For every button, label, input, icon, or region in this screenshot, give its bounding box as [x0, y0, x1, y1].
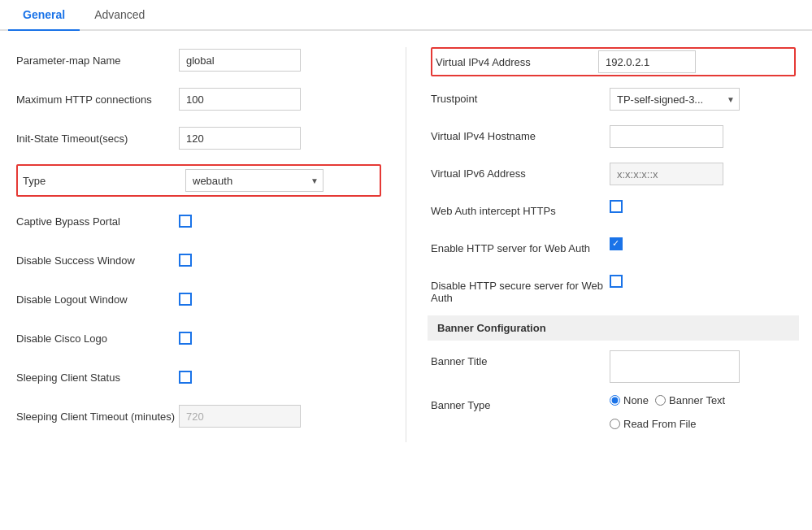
- type-label: Type: [23, 175, 185, 187]
- enable-http-control: [610, 237, 796, 250]
- banner-type-label: Banner Type: [431, 394, 610, 411]
- tab-advanced[interactable]: Advanced: [80, 0, 159, 31]
- disable-cisco-logo-row: Disable Cisco Logo: [16, 325, 381, 351]
- disable-logout-row: Disable Logout Window: [16, 286, 381, 312]
- enable-http-row: Enable HTTP server for Web Auth: [431, 237, 796, 263]
- param-map-input[interactable]: [179, 49, 301, 72]
- type-select[interactable]: webauth: [185, 169, 323, 192]
- virtual-ipv6-input[interactable]: [610, 163, 723, 185]
- disable-cisco-logo-control: [179, 332, 381, 345]
- param-map-label: Parameter-map Name: [16, 54, 179, 67]
- web-auth-https-checkbox[interactable]: [610, 200, 623, 213]
- trustpoint-row: Trustpoint TP-self-signed-3... ▼: [431, 88, 796, 114]
- init-timeout-control: [179, 127, 381, 150]
- banner-title-row: Banner Title: [431, 350, 796, 383]
- disable-https-row: Disable HTTP secure server for Web Auth: [431, 275, 796, 304]
- type-row-highlighted: Type webauth ▼: [16, 164, 381, 197]
- trustpoint-control: TP-self-signed-3... ▼: [610, 88, 796, 111]
- disable-success-checkbox[interactable]: [179, 254, 192, 267]
- form-content: Parameter-map Name Maximum HTTP connecti…: [0, 39, 812, 450]
- banner-type-none-item: None: [610, 394, 649, 406]
- disable-https-control: [610, 275, 796, 288]
- disable-https-label: Disable HTTP secure server for Web Auth: [431, 275, 610, 304]
- banner-type-row: Banner Type None Banner Text Read From F…: [431, 394, 796, 430]
- banner-type-none-label: None: [623, 394, 649, 406]
- sleeping-client-timeout-input[interactable]: [179, 405, 301, 428]
- sleeping-client-status-label: Sleeping Client Status: [16, 371, 179, 384]
- captive-bypass-control: [179, 215, 381, 228]
- sleeping-client-timeout-label: Sleeping Client Timeout (minutes): [16, 411, 179, 423]
- sleeping-client-status-control: [179, 371, 381, 384]
- banner-type-text-item: Banner Text: [655, 394, 725, 406]
- disable-https-checkbox[interactable]: [610, 275, 623, 288]
- max-http-control: [179, 88, 381, 111]
- disable-logout-checkbox[interactable]: [179, 293, 192, 306]
- banner-section-header: Banner Configuration: [428, 315, 799, 341]
- sleeping-client-status-row: Sleeping Client Status: [16, 364, 381, 390]
- virtual-ipv6-control: [610, 163, 796, 185]
- banner-type-file-radio[interactable]: [610, 419, 620, 429]
- banner-title-label: Banner Title: [431, 350, 610, 367]
- trustpoint-label: Trustpoint: [431, 88, 610, 105]
- disable-cisco-logo-checkbox[interactable]: [179, 332, 192, 345]
- init-timeout-row: Init-State Timeout(secs): [16, 125, 381, 151]
- virtual-ipv4-control: [598, 50, 791, 73]
- enable-http-checkbox[interactable]: [610, 237, 623, 250]
- init-timeout-input[interactable]: [179, 127, 301, 150]
- virtual-ipv6-label: Virtual IPv6 Address: [431, 163, 610, 180]
- disable-logout-control: [179, 293, 381, 306]
- tab-general[interactable]: General: [8, 0, 80, 31]
- disable-cisco-logo-label: Disable Cisco Logo: [16, 332, 179, 345]
- banner-title-input[interactable]: [610, 350, 740, 383]
- captive-bypass-label: Captive Bypass Portal: [16, 215, 179, 228]
- param-map-row: Parameter-map Name: [16, 47, 381, 73]
- sleeping-client-timeout-control: [179, 405, 381, 428]
- right-panel: Virtual IPv4 Address Trustpoint TP-self-…: [431, 47, 796, 442]
- banner-type-text-label: Banner Text: [669, 394, 725, 406]
- virtual-ipv4-hostname-control: [610, 125, 796, 148]
- type-control: webauth ▼: [185, 169, 375, 192]
- disable-success-row: Disable Success Window: [16, 247, 381, 273]
- web-auth-https-control: [610, 200, 796, 213]
- virtual-ipv4-input[interactable]: [598, 50, 696, 73]
- max-http-label: Maximum HTTP connections: [16, 93, 179, 106]
- max-http-input[interactable]: [179, 88, 301, 111]
- disable-logout-label: Disable Logout Window: [16, 293, 179, 306]
- web-auth-https-label: Web Auth intercept HTTPs: [431, 200, 610, 217]
- disable-success-control: [179, 254, 381, 267]
- banner-type-control: None Banner Text Read From File: [610, 394, 796, 430]
- captive-bypass-checkbox[interactable]: [179, 215, 192, 228]
- param-map-control: [179, 49, 381, 72]
- virtual-ipv4-label: Virtual IPv4 Address: [436, 53, 598, 72]
- virtual-ipv4-hostname-input[interactable]: [610, 125, 723, 148]
- virtual-ipv4-hostname-row: Virtual IPv4 Hostname: [431, 125, 796, 151]
- sleeping-client-timeout-row: Sleeping Client Timeout (minutes): [16, 403, 381, 429]
- web-auth-https-row: Web Auth intercept HTTPs: [431, 200, 796, 226]
- virtual-ipv6-row: Virtual IPv6 Address: [431, 163, 796, 189]
- banner-type-file-label: Read From File: [623, 418, 697, 430]
- disable-success-label: Disable Success Window: [16, 254, 179, 267]
- banner-type-file-item: Read From File: [610, 418, 796, 430]
- trustpoint-select-wrapper: TP-self-signed-3... ▼: [610, 88, 740, 111]
- virtual-ipv4-row-highlighted: Virtual IPv4 Address: [431, 47, 796, 76]
- left-panel: Parameter-map Name Maximum HTTP connecti…: [16, 47, 381, 442]
- max-http-row: Maximum HTTP connections: [16, 86, 381, 112]
- banner-title-control: [610, 350, 796, 383]
- banner-type-none-radio[interactable]: [610, 395, 620, 406]
- captive-bypass-row: Captive Bypass Portal: [16, 208, 381, 234]
- enable-http-label: Enable HTTP server for Web Auth: [431, 237, 610, 254]
- banner-type-text-radio[interactable]: [655, 395, 666, 406]
- type-select-wrapper: webauth ▼: [185, 169, 323, 192]
- sleeping-client-status-checkbox[interactable]: [179, 371, 192, 384]
- init-timeout-label: Init-State Timeout(secs): [16, 132, 179, 145]
- virtual-ipv4-hostname-label: Virtual IPv4 Hostname: [431, 125, 610, 142]
- tab-bar: General Advanced: [0, 0, 812, 31]
- banner-type-radio-group: None Banner Text Read From File: [610, 394, 796, 430]
- trustpoint-select[interactable]: TP-self-signed-3...: [610, 88, 740, 111]
- panel-divider: [406, 47, 406, 442]
